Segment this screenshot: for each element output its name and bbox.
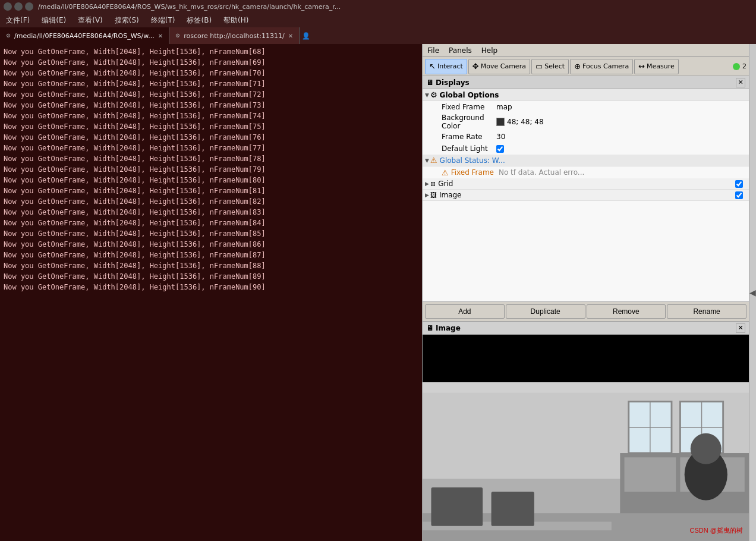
terminal-line: Now you GetOneFrame, Width[2048], Height… [4, 207, 418, 218]
background-color-label: Background Color [425, 114, 496, 130]
maximize-button[interactable] [25, 2, 33, 11]
frame-rate-value: 30 [496, 133, 746, 141]
warning-icon: ⚠ [430, 156, 437, 165]
minimize-button[interactable] [14, 2, 23, 11]
default-light-label: Default Light [425, 144, 496, 153]
global-options-expand[interactable]: ▼ [425, 92, 429, 98]
rviz-menu-help[interactable]: Help [481, 46, 497, 55]
frame-rate-label: Frame Rate [425, 133, 496, 141]
tool-select-label: Select [544, 62, 565, 70]
menu-terminal[interactable]: 终端(T) [149, 14, 178, 27]
image-panel-close-button[interactable]: ✕ [736, 323, 745, 333]
monitor-icon-2: 🖥 [426, 324, 433, 332]
menu-file[interactable]: 文件(F) [4, 14, 32, 27]
close-button[interactable] [4, 2, 12, 11]
grid-checkbox[interactable] [735, 180, 743, 188]
status-green-dot [733, 63, 740, 70]
image-label: Image [439, 191, 735, 199]
prop-default-light[interactable]: Default Light [423, 143, 749, 155]
counter-value: 2 [742, 62, 746, 70]
collapse-handle[interactable]: ◀ [749, 44, 756, 541]
terminal-line: Now you GetOneFrame, Width[2048], Height… [4, 271, 418, 282]
tool-select[interactable]: ▭ Select [531, 59, 569, 74]
prop-fixed-frame[interactable]: Fixed Frame map [423, 101, 749, 113]
background-color-value: 48; 48; 48 [496, 118, 746, 126]
duplicate-button[interactable]: Duplicate [506, 304, 585, 319]
terminal-line: Now you GetOneFrame, Width[2048], Height… [4, 68, 418, 78]
global-status-header[interactable]: ▼ ⚠ Global Status: W... [423, 155, 749, 166]
grid-icon: ⊞ [430, 180, 436, 188]
svg-rect-12 [625, 457, 676, 492]
tab-icon-1: ⚙ [175, 33, 180, 39]
remove-button[interactable]: Remove [587, 304, 666, 319]
tool-focus-camera-label: Focus Camera [582, 62, 629, 70]
terminal-output: Now you GetOneFrame, Width[2048], Height… [0, 44, 422, 541]
image-header[interactable]: ▶ 🖼 Image [423, 190, 749, 201]
fixed-frame-label: Fixed Frame [425, 103, 496, 111]
displays-panel-titlebar: 🖥 Displays ✕ [423, 76, 749, 89]
svg-rect-17 [492, 492, 534, 526]
tab-1[interactable]: ⚙ roscore http://localhost:11311/ ✕ [169, 27, 300, 44]
terminal-line: Now you GetOneFrame, Width[2048], Height… [4, 260, 418, 271]
rviz-menu-file[interactable]: File [427, 46, 439, 55]
tool-move-camera-label: Move Camera [481, 62, 526, 70]
tab-icon-0: ⚙ [6, 33, 11, 39]
image-expand[interactable]: ▶ [425, 192, 429, 198]
rviz-menu-panels[interactable]: Panels [449, 46, 472, 55]
menu-edit[interactable]: 编辑(E) [39, 14, 68, 27]
menu-search[interactable]: 搜索(S) [112, 14, 141, 27]
tool-interact[interactable]: ↖ Interact [425, 59, 467, 74]
tool-move-camera[interactable]: ✥ Move Camera [468, 59, 530, 74]
color-swatch[interactable] [496, 118, 505, 126]
select-icon: ▭ [536, 62, 543, 71]
image-black-area [423, 335, 749, 382]
default-light-checkbox[interactable] [496, 145, 504, 153]
displays-panel-title: 🖥 Displays [426, 78, 470, 87]
rviz-toolbar: ↖ Interact ✥ Move Camera ▭ Select ⊕ Focu… [423, 57, 749, 76]
tab-close-0[interactable]: ✕ [158, 33, 163, 39]
global-status-expand[interactable]: ▼ [425, 158, 429, 163]
menu-view[interactable]: 查看(V) [75, 14, 105, 27]
rename-button[interactable]: Rename [667, 304, 746, 319]
displays-close-button[interactable]: ✕ [736, 78, 745, 87]
image-checkbox[interactable] [735, 191, 743, 199]
svg-point-19 [691, 433, 722, 464]
terminal-line: Now you GetOneFrame, Width[2048], Height… [4, 111, 418, 121]
add-button[interactable]: Add [425, 304, 505, 319]
tab-close-1[interactable]: ✕ [288, 33, 293, 39]
menu-help[interactable]: 帮助(H) [221, 14, 251, 27]
terminal-line: Now you GetOneFrame, Width[2048], Height… [4, 46, 418, 57]
grid-label: Grid [438, 180, 735, 188]
fixed-frame-value: map [496, 103, 746, 111]
prop-background-color[interactable]: Background Color 48; 48; 48 [423, 113, 749, 131]
terminal-line: Now you GetOneFrame, Width[2048], Height… [4, 282, 418, 292]
move-camera-icon: ✥ [472, 62, 479, 71]
window-controls [4, 2, 33, 11]
displays-panel: 🖥 Displays ✕ ▼ ⚙ Global Options [423, 76, 749, 321]
prop-frame-rate[interactable]: Frame Rate 30 [423, 131, 749, 143]
tool-focus-camera[interactable]: ⊕ Focus Camera [570, 59, 633, 74]
image-panel-titlebar: 🖥 Image ✕ [423, 322, 749, 335]
global-status-label: Global Status: W... [440, 156, 505, 165]
tool-measure[interactable]: ↔ Measure [634, 59, 679, 74]
fixed-frame-status-value: No tf data. Actual erro... [494, 168, 746, 177]
watermark: CSDN @摇曳的树 [690, 526, 743, 535]
svg-rect-1 [423, 382, 749, 393]
tab-0[interactable]: ⚙ /media/ll/0FE806A40FE806A4/ROS_WS/w...… [0, 27, 169, 44]
tab-label-1: roscore http://localhost:11311/ [184, 32, 285, 40]
grid-expand[interactable]: ▶ [425, 181, 429, 187]
terminal-line: Now you GetOneFrame, Width[2048], Height… [4, 175, 418, 185]
user-icon: 👤 [302, 32, 310, 40]
grid-header[interactable]: ▶ ⊞ Grid [423, 178, 749, 190]
terminal-line: Now you GetOneFrame, Width[2048], Height… [4, 153, 418, 164]
toolbar-right: 2 [733, 62, 746, 70]
image-panel-content: CSDN @摇曳的树 [423, 335, 749, 541]
menu-tabs[interactable]: 标签(B) [184, 14, 214, 27]
window-title: /media/ll/0FE806A40FE806A4/ROS_WS/ws_hk_… [38, 3, 752, 11]
image-photo: CSDN @摇曳的树 [423, 382, 749, 541]
warning-icon-2: ⚠ [442, 168, 449, 177]
global-options-header[interactable]: ▼ ⚙ Global Options [423, 89, 749, 101]
displays-tree: ▼ ⚙ Global Options Fixed Frame map Backg… [423, 89, 749, 301]
tool-measure-label: Measure [647, 62, 675, 70]
terminal-line: Now you GetOneFrame, Width[2048], Height… [4, 132, 418, 143]
